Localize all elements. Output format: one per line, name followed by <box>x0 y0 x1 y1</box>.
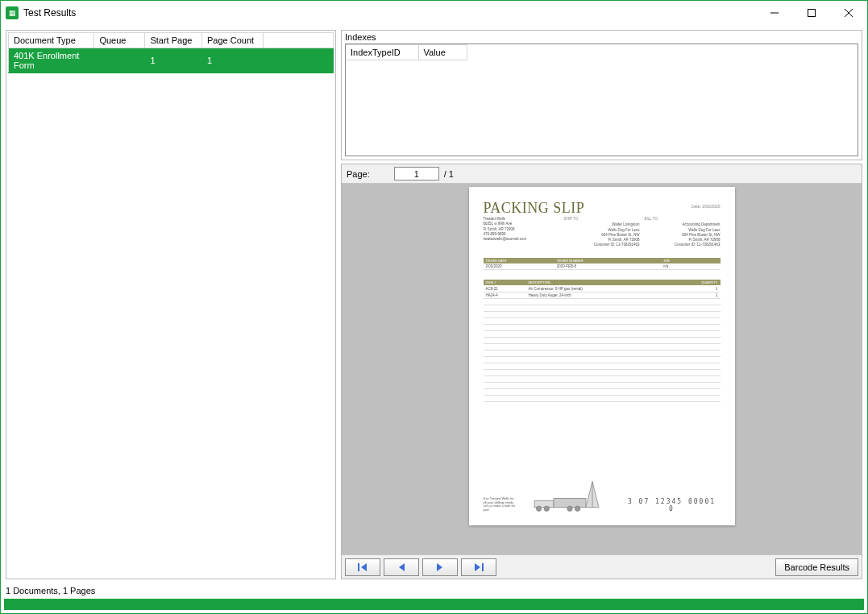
document-viewer: Page: / 1 PACKING SLIP Date: 2/02/2020 T… <box>341 164 862 579</box>
document-preview: PACKING SLIP Date: 2/02/2020 Treated Wel… <box>469 187 735 525</box>
status-text: 1 Documents, 1 Pages <box>1 584 867 597</box>
billto-address: BILL TO: Accounting Department Wells Dug… <box>645 217 721 248</box>
next-page-button[interactable] <box>422 558 458 576</box>
titlebar: ▦ Test Results <box>1 1 867 25</box>
viewer-canvas[interactable]: PACKING SLIP Date: 2/02/2020 Treated Wel… <box>342 184 862 554</box>
rig-illustration <box>521 480 619 512</box>
slip-date: Date: 2/02/2020 <box>484 204 721 209</box>
column-startpage[interactable]: Start Page <box>145 33 202 48</box>
indexes-table[interactable]: IndexTypeID Value <box>346 44 467 60</box>
page-input[interactable] <box>394 167 439 180</box>
window-title: Test Results <box>23 7 76 19</box>
barcode-text: 3 07 12345 00001 0 <box>624 498 721 512</box>
column-doctype[interactable]: Document Type <box>9 33 94 48</box>
cell-startpage: 1 <box>145 48 202 73</box>
column-value[interactable]: Value <box>418 45 467 60</box>
cell-queue <box>94 48 145 73</box>
cell-pagecount: 1 <box>202 48 334 73</box>
last-page-button[interactable] <box>461 558 496 576</box>
prev-page-button[interactable] <box>384 558 419 576</box>
progress-bar <box>4 599 864 610</box>
maximize-button[interactable] <box>793 1 830 25</box>
column-indextypeid[interactable]: IndexTypeID <box>346 45 418 60</box>
app-icon: ▦ <box>6 6 19 19</box>
svg-point-8 <box>567 506 571 511</box>
documents-table[interactable]: Document Type Queue Start Page Page Coun… <box>8 32 334 73</box>
close-button[interactable] <box>830 1 867 25</box>
svg-point-7 <box>544 506 549 511</box>
barcode: 3 07 12345 00001 0 <box>624 471 721 512</box>
indexes-panel: Indexes IndexTypeID Value <box>341 30 862 160</box>
cell-doctype: 401K Enrollment Form <box>9 48 94 73</box>
minimize-button[interactable] <box>756 1 793 25</box>
column-pagecount[interactable]: Page Count <box>202 33 264 48</box>
first-page-button[interactable] <box>345 558 380 576</box>
from-address: Treated Wells 66351 w 99th Ave Ft Smith,… <box>484 217 559 248</box>
motto-text: Use Treated Wells for all your drilling … <box>484 497 516 512</box>
table-header-row: Document Type Queue Start Page Page Coun… <box>9 33 334 48</box>
page-total: / 1 <box>444 169 454 179</box>
order-table: ORDER DATE ORDER NUMBER JOB 2/02/2020 20… <box>484 258 721 271</box>
barcode-results-button[interactable]: Barcode Results <box>775 558 858 576</box>
svg-rect-1 <box>808 10 816 17</box>
indexes-label: Indexes <box>342 31 862 44</box>
items-table: ITEM # DESCRIPTION QUANTITY AC8-21 Air C… <box>484 280 721 402</box>
column-queue[interactable]: Queue <box>94 33 145 48</box>
table-row[interactable]: 401K Enrollment Form 1 1 <box>9 48 334 73</box>
svg-point-9 <box>575 506 579 511</box>
documents-panel: Document Type Queue Start Page Page Coun… <box>6 30 336 579</box>
page-label: Page: <box>347 169 370 179</box>
svg-point-6 <box>536 506 541 511</box>
shipto-address: SHIP TO: Walter Livingston Wells Dug For… <box>564 217 640 248</box>
